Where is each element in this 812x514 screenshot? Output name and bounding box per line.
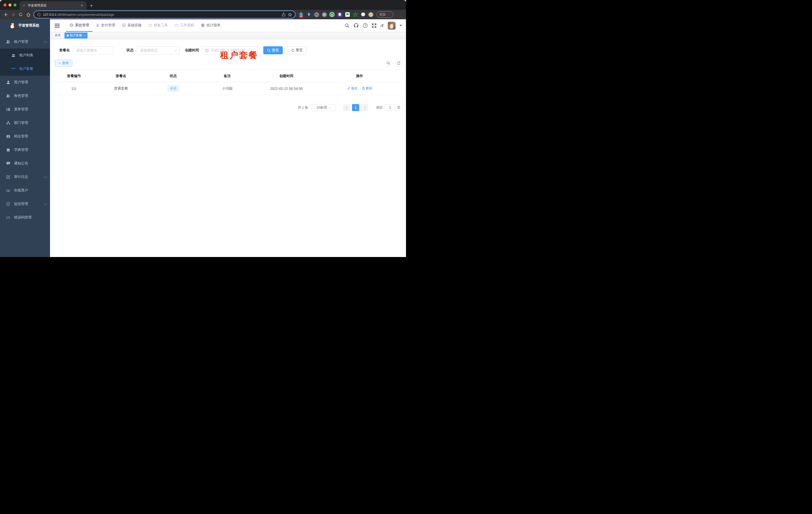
top-menu-devtools[interactable]: 研发工具 bbox=[145, 19, 171, 32]
briefcase-icon bbox=[175, 24, 178, 27]
share-icon[interactable] bbox=[282, 12, 286, 17]
sidebar-item-post-management[interactable]: 岗位管理 bbox=[0, 130, 50, 143]
new-tab-button[interactable]: + bbox=[90, 3, 93, 8]
sidebar-logo[interactable]: 芋道管理系统 bbox=[0, 19, 50, 32]
sidebar-item-dict-management[interactable]: 字典管理 bbox=[0, 143, 50, 157]
goto-label: 前往 bbox=[376, 105, 383, 110]
font-size-icon[interactable]: tT bbox=[380, 24, 384, 28]
refresh-icon bbox=[397, 61, 401, 65]
show-search-toggle-button[interactable] bbox=[384, 59, 392, 67]
tag-home[interactable]: 首页 bbox=[53, 32, 63, 38]
status-badge: 开启 bbox=[168, 85, 179, 92]
close-window-button[interactable] bbox=[3, 3, 6, 6]
extension-dot-icon[interactable] bbox=[322, 12, 327, 17]
col-package-name: 套餐名 bbox=[94, 70, 147, 82]
reload-button[interactable] bbox=[18, 11, 24, 18]
site-info-icon[interactable] bbox=[37, 13, 41, 17]
browser-menu-icon[interactable]: ⋮ bbox=[388, 13, 391, 16]
add-button[interactable]: + 新增 bbox=[55, 59, 72, 66]
forward-button[interactable] bbox=[10, 11, 17, 18]
tag-tenant-package[interactable]: 租户套餐 × bbox=[64, 32, 87, 38]
goto-page-input[interactable] bbox=[385, 104, 395, 111]
top-menu-label: 系统管理 bbox=[75, 23, 89, 28]
extension-star-icon[interactable] bbox=[353, 12, 358, 17]
home-button[interactable] bbox=[25, 11, 31, 18]
help-icon[interactable]: ? bbox=[363, 23, 368, 28]
url-host: 127.0.0.1 bbox=[43, 13, 57, 17]
address-bar[interactable]: 127.0.0.1:48080/admin-ui/system/tenant/p… bbox=[34, 11, 295, 18]
search-button[interactable]: 搜索 bbox=[263, 46, 283, 54]
next-page-button[interactable] bbox=[361, 104, 368, 111]
top-menu-workflow[interactable]: 工作流程 bbox=[171, 19, 198, 32]
chevron-up-icon bbox=[44, 41, 47, 44]
hamburger-icon[interactable] bbox=[53, 19, 61, 32]
avatar[interactable] bbox=[388, 22, 396, 29]
fullscreen-icon[interactable] bbox=[372, 23, 377, 28]
sidebar-item-label: 通知公告 bbox=[14, 161, 28, 166]
sidebar-item-label: 部门管理 bbox=[14, 120, 28, 125]
tab-close-icon[interactable]: × bbox=[80, 3, 84, 7]
top-menu-system[interactable]: 系统管理 bbox=[66, 19, 92, 32]
top-menu-payment[interactable]: 支付管理 bbox=[92, 19, 118, 32]
sidebar-item-tenant-list[interactable]: 租户列表 bbox=[0, 49, 50, 62]
sidebar-item-menu-management[interactable]: 菜单管理 bbox=[0, 103, 50, 116]
status-field[interactable] bbox=[140, 48, 173, 53]
sidebar-item-dept-management[interactable]: 部门管理 bbox=[0, 116, 50, 130]
table-row: 111 普通套餐 开启 小功能 2022-02-22 00:54:00 修改 bbox=[54, 82, 402, 95]
refresh-table-button[interactable] bbox=[395, 59, 403, 67]
github-icon[interactable] bbox=[353, 23, 359, 28]
page-size-select[interactable]: 10条/页 bbox=[312, 104, 336, 111]
goto-page-field[interactable] bbox=[386, 105, 394, 110]
logo-image bbox=[9, 23, 16, 29]
sidebar-item-tenant-management[interactable]: 租户管理 bbox=[0, 35, 50, 49]
top-menu-infra[interactable]: 基础设施 bbox=[118, 19, 145, 32]
sidebar-item-error-code[interactable]: 错误码管理 bbox=[0, 211, 50, 224]
sidebar-item-tenant-package[interactable]: 租户套餐 bbox=[0, 62, 50, 76]
tag-label: 首页 bbox=[55, 33, 61, 37]
search-icon[interactable] bbox=[345, 23, 349, 28]
col-package-id: 套餐编号 bbox=[54, 70, 94, 82]
cell-status: 开启 bbox=[147, 82, 199, 95]
extension-diamond-icon[interactable]: 10 bbox=[298, 12, 303, 17]
sidebar-item-online-users[interactable]: 在线用户 bbox=[0, 184, 50, 197]
reset-button[interactable]: 重置 bbox=[287, 46, 307, 54]
delete-label: 删除 bbox=[366, 86, 372, 90]
bookmark-star-icon[interactable] bbox=[288, 12, 292, 17]
extension-command-icon[interactable]: ⌘ bbox=[314, 12, 319, 17]
extension-chat-icon[interactable] bbox=[345, 12, 350, 17]
status-select[interactable] bbox=[137, 46, 179, 54]
delete-link[interactable]: 删除 bbox=[362, 86, 372, 90]
yen-icon bbox=[96, 24, 99, 27]
message-icon bbox=[6, 161, 10, 166]
sidebar-item-label: 错误码管理 bbox=[14, 215, 31, 220]
sidebar-item-user-management[interactable]: 用户管理 bbox=[0, 76, 50, 89]
sidebar-item-audit-log[interactable]: 审计日志 bbox=[0, 170, 50, 184]
extension-shield-icon[interactable] bbox=[337, 12, 342, 17]
edit-link[interactable]: 修改 bbox=[347, 86, 357, 90]
avatar-caret-icon[interactable] bbox=[400, 25, 402, 26]
current-page[interactable]: 1 bbox=[352, 104, 359, 111]
extensions-puzzle-icon[interactable] bbox=[360, 12, 366, 17]
browser-update-button[interactable]: 更新 ⋮ bbox=[377, 11, 393, 18]
minimize-window-button[interactable] bbox=[8, 3, 11, 6]
zoom-window-button[interactable] bbox=[13, 3, 17, 6]
back-button[interactable] bbox=[2, 11, 9, 18]
sidebar-item-notice[interactable]: 通知公告 bbox=[0, 157, 50, 170]
extensions-area: 10 ⌘ y bbox=[298, 12, 373, 17]
plus-icon: + bbox=[59, 61, 61, 65]
extension-gem-icon[interactable] bbox=[306, 12, 311, 17]
tag-close-icon[interactable]: × bbox=[83, 34, 85, 37]
package-name-input[interactable] bbox=[73, 46, 113, 54]
cell-actions: 修改 删除 bbox=[317, 82, 402, 95]
top-menu-report[interactable]: 统计报表 bbox=[198, 19, 224, 32]
sidebar-item-sms-management[interactable]: 短信管理 bbox=[0, 197, 50, 211]
prev-page-button[interactable] bbox=[343, 104, 350, 111]
sidebar-item-role-management[interactable]: 角色管理 bbox=[0, 89, 50, 103]
extension-y-icon[interactable]: y bbox=[329, 12, 335, 17]
package-name-field[interactable] bbox=[76, 48, 110, 53]
browser-tab[interactable]: 芋道管理系统 × bbox=[20, 1, 87, 10]
extension-emoji-icon[interactable] bbox=[368, 12, 373, 17]
chevron-down-icon bbox=[44, 202, 47, 205]
tag-label: 租户套餐 bbox=[70, 33, 82, 37]
update-label: 更新 bbox=[379, 12, 386, 17]
